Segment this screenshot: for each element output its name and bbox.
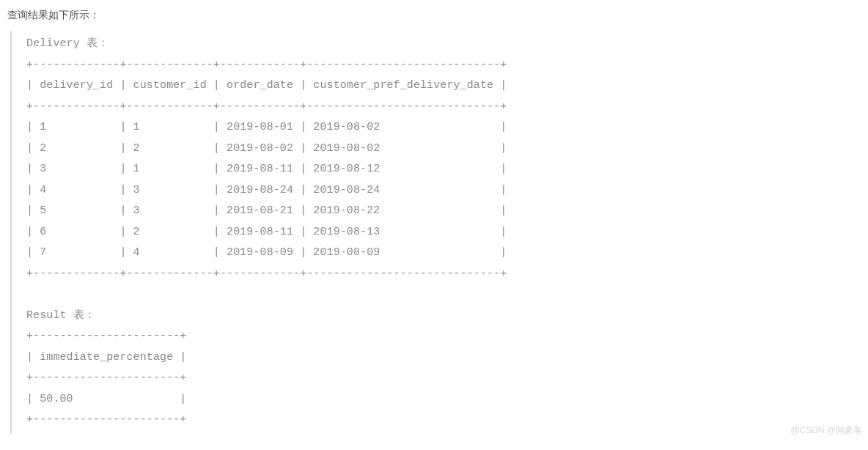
page-title: 查询结果如下所示： [7,9,861,22]
ascii-tables: Delivery 表： +-------------+-------------… [26,34,861,431]
code-block: Delivery 表： +-------------+-------------… [10,31,861,434]
watermark: @CSDN @阿豪客 [790,424,862,437]
